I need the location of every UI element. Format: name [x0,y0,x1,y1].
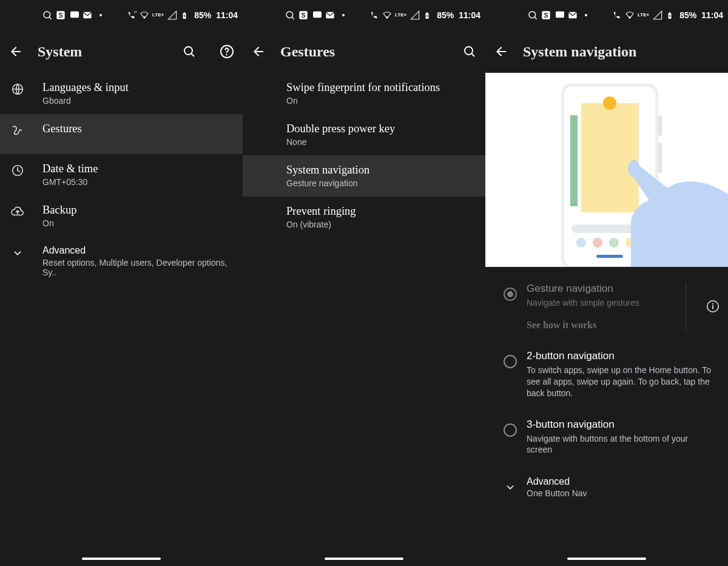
row-secondary: On (vibrate) [286,220,474,229]
chevron-down-icon [494,480,527,494]
help-icon[interactable] [220,44,234,59]
svg-rect-4 [70,12,79,18]
row-advanced[interactable]: Advanced Reset options, Multiple users, … [0,237,243,286]
search-icon[interactable] [182,44,197,59]
row-double-press-power[interactable]: Double press power key None [243,114,485,155]
status-more-dot [585,14,587,16]
clock: 11:04 [216,10,238,20]
svg-rect-41 [570,115,578,206]
option-title: 3-button navigation [527,419,715,431]
row-primary: Gestures [42,123,233,135]
svg-line-28 [534,17,536,19]
row-primary: Prevent ringing [286,205,474,218]
volte-icon [368,10,378,20]
svg-point-46 [609,238,619,248]
svg-line-11 [191,53,194,56]
battery-icon [181,10,190,20]
status-payment-icon [312,10,322,20]
status-payment-icon [554,10,564,20]
back-button[interactable] [494,44,508,59]
status-mail-icon [568,10,578,20]
wifi-icon [139,10,149,20]
volte-icon: LTE [126,10,135,20]
status-mail-icon [83,10,92,20]
row-languages[interactable]: Languages & input Gboard [0,73,243,114]
screen-gestures: S LTE+ 85% 11:04 Gestures [243,0,485,566]
svg-point-16 [286,12,293,18]
page-title: Gestures [280,44,439,60]
svg-rect-20 [313,12,322,18]
row-backup[interactable]: Backup On [0,195,243,237]
svg-rect-52 [712,306,713,309]
globe-icon [11,81,42,96]
volte-icon [611,10,621,20]
status-q-icon [42,10,52,20]
svg-text:S: S [301,12,305,19]
see-how-link[interactable]: See how it works [527,320,677,331]
screen-system: S LTE LTE+ 85% 11:04 System [0,0,243,566]
svg-point-25 [465,47,473,55]
header: System navigation [485,30,728,73]
row-swipe-fingerprint[interactable]: Swipe fingerprint for notifications On [243,73,485,114]
back-button[interactable] [251,44,266,59]
row-secondary: Reset options, Multiple users, Developer… [42,258,233,277]
row-prevent-ringing[interactable]: Prevent ringing On (vibrate) [243,197,485,238]
status-left: S [42,10,102,20]
row-secondary: Gboard [42,96,233,106]
home-indicator[interactable] [82,558,161,560]
row-system-navigation[interactable]: System navigation Gesture navigation [243,155,485,197]
status-right: LTE LTE+ 85% 11:04 [126,10,238,20]
home-indicator[interactable] [567,558,646,560]
row-datetime[interactable]: Date & time GMT+05:30 [0,154,243,195]
svg-point-0 [44,12,50,18]
radio-two-button[interactable] [504,355,517,368]
svg-point-22 [386,16,388,18]
signal-icon [653,10,662,20]
svg-text:LTE: LTE [134,10,136,13]
home-indicator[interactable] [325,558,403,560]
back-button[interactable] [8,44,23,59]
option-title: 2-button navigation [527,350,715,362]
status-payment-icon [69,10,79,20]
row-secondary: None [286,137,474,147]
row-secondary: GMT+05:30 [42,177,233,187]
navigation-illustration [485,73,728,267]
row-gestures[interactable]: Gestures [0,114,243,154]
svg-point-7 [144,16,146,18]
info-icon[interactable] [706,300,720,313]
status-q-icon [528,10,538,20]
radio-gesture[interactable] [504,288,517,301]
svg-point-45 [593,238,602,248]
page-title: System navigation [523,44,720,60]
svg-rect-24 [426,13,428,14]
status-bar: S LTE+ 85% 11:04 [485,0,728,30]
svg-text:S: S [544,12,548,19]
status-mail-icon [325,10,335,20]
option-three-button[interactable]: 3-button navigation Navigate with button… [485,409,728,466]
option-subtitle: Navigate with simple gestures [527,297,677,309]
status-s-icon: S [541,10,551,20]
option-two-button[interactable]: 2-button navigation To switch apps, swip… [485,340,728,409]
advanced-subtitle: One Button Nav [527,488,587,498]
svg-point-51 [712,303,713,305]
option-gesture-navigation[interactable]: Gesture navigation Navigate with simple … [485,273,728,340]
lte-label: LTE+ [395,13,406,18]
advanced-title: Advanced [527,476,587,487]
row-advanced[interactable]: Advanced One Button Nav [485,465,728,509]
svg-point-49 [628,160,640,177]
page-title: System [38,44,159,60]
battery-icon [423,10,433,20]
row-primary: System navigation [286,164,474,177]
chevron-down-icon [11,245,42,260]
status-s-icon: S [56,10,66,20]
option-subtitle: To switch apps, swipe up on the Home but… [527,365,715,399]
row-primary: Date & time [42,163,233,175]
svg-line-1 [49,17,51,19]
status-s-icon: S [298,10,308,20]
svg-rect-48 [596,255,623,258]
search-icon[interactable] [462,44,477,59]
radio-three-button[interactable] [504,423,517,437]
row-primary: Double press power key [286,123,474,135]
row-secondary: On [286,96,474,106]
svg-rect-40 [581,103,639,212]
